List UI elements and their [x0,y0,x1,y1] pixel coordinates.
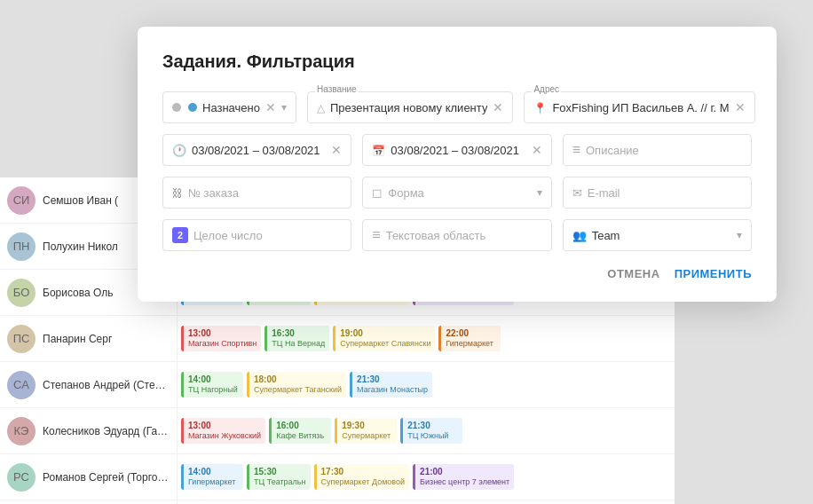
avatar: СИ [7,186,36,215]
name-value: Презентация новому клиенту [330,101,487,114]
person-name: Колесников Эдуард (Газель Next) [43,425,170,437]
list-item[interactable]: 22:00Гипермаркет [438,326,501,351]
list-item[interactable]: 21:00Бизнес центр 7 элемент [413,464,514,490]
table-row: ЕАЕршов Аркадий (Газель (термобудк…13:00… [0,500,675,504]
field-team[interactable]: Team ▾ [563,219,752,251]
field-integer[interactable]: 2 Целое число [162,219,351,251]
list-item[interactable]: 19:30Супермаркет [335,418,397,444]
name-label: Название [315,84,359,94]
field-name[interactable]: Название Презентация новому клиенту ✕ [307,91,513,123]
team-value: Team [592,229,731,242]
field-email[interactable]: E-mail [563,177,752,209]
field-time-range[interactable]: 03/08/2021 – 03/08/2021 ✕ [162,134,351,166]
textarea-placeholder: Текстовая область [386,229,542,242]
email-icon [572,185,582,200]
avatar: ПН [7,232,36,261]
calendar-events: 13:00Магазин Спортивн16:30ТЦ На Вернад19… [178,500,675,504]
calendar-events: 14:00ТЦ Нагорный18:00Супермаркет Таганск… [178,362,675,407]
email-placeholder: E-mail [588,186,742,200]
address-value: FoxFishing ИП Васильев А. // г. М [552,101,729,114]
field-assigned[interactable]: Назначено ✕ ▾ [162,91,296,123]
list-item[interactable]: 19:00Супермаркет Славянски [333,326,435,351]
time-range-value: 03/08/2021 – 03/08/2021 [192,144,326,157]
time-range-clear[interactable]: ✕ [331,143,342,157]
field-order[interactable]: № заказа [162,177,351,209]
field-textarea[interactable]: Текстовая область [362,219,551,251]
calendar-events: 13:00Магазин Спортивн16:30ТЦ На Вернад19… [178,316,675,361]
calendar-icon [372,143,385,157]
assigned-clear[interactable]: ✕ [265,100,276,114]
list-item[interactable]: 15:30ТЦ Театральн [247,464,311,490]
calendar-person: КЭКолесников Эдуард (Газель Next) [0,408,178,453]
team-icon [572,228,587,242]
avatar: ПС [7,325,36,353]
field-description[interactable]: Описание [563,134,752,166]
list-item[interactable]: 13:00Магазин Жуковский [181,418,265,444]
filter-modal: Задания. Фильтрация Назначено ✕ ▾ Назван… [138,27,777,302]
apply-button[interactable]: ПРИМЕНИТЬ [675,267,752,280]
avatar: СА [7,371,36,399]
calendar-events: 14:00Гипермаркет15:30ТЦ Театральн17:30Су… [178,454,675,500]
modal-title: Задания. Фильтрация [162,51,752,72]
table-row: КЭКолесников Эдуард (Газель Next)13:00Ма… [0,408,675,454]
filter-row-3: № заказа Форма ▾ E-mail [162,177,752,209]
description-icon [572,142,580,158]
filter-row-2: 03/08/2021 – 03/08/2021 ✕ 03/08/2021 – 0… [162,134,752,166]
list-item[interactable]: 14:00Гипермаркет [181,464,243,490]
date-range-value: 03/08/2021 – 03/08/2021 [391,144,525,157]
order-placeholder: № заказа [188,186,342,200]
name-clear[interactable]: ✕ [493,100,503,114]
address-label: Адрес [532,84,561,94]
table-row: САСтепанов Андрей (Степанов Андрей)14:00… [0,362,675,408]
list-item[interactable]: 16:30ТЦ На Вернад [264,326,329,351]
name-icon [317,100,325,114]
field-form[interactable]: Форма ▾ [362,177,551,209]
description-placeholder: Описание [586,144,742,157]
filter-row-1: Назначено ✕ ▾ Название Презентация новом… [162,91,752,123]
address-icon [533,100,547,114]
list-item[interactable]: 21:30ТЦ Южный [400,418,462,444]
assigned-dropdown[interactable]: ▾ [281,101,287,114]
calendar-person: ЕАЕршов Аркадий (Газель (термобудк… [0,500,178,504]
list-item[interactable]: 17:30Супермаркет Домовой [314,464,410,490]
integer-badge: 2 [172,227,188,243]
integer-placeholder: Целое число [193,229,342,242]
list-item[interactable]: 13:00Магазин Спортивн [181,326,261,351]
field-address[interactable]: Адрес FoxFishing ИП Васильев А. // г. М … [524,91,754,123]
main-container: СИСемшов Иван (14:00ТЦ Нагорный18:00Супе… [0,0,813,504]
person-name: Степанов Андрей (Степанов Андрей) [43,379,170,391]
person-name: Полухин Никол [43,240,118,253]
avatar: РС [7,463,36,492]
calendar-events: 13:00Магазин Жуковский16:00Кафе Витязь19… [178,408,675,453]
field-date-range[interactable]: 03/08/2021 – 03/08/2021 ✕ [362,134,551,166]
calendar-person: РСРоманов Сергей (Торговый предст… [0,454,178,500]
person-name: Семшов Иван ( [43,194,118,207]
avatar: БО [7,279,36,307]
cancel-button[interactable]: ОТМЕНА [607,267,659,280]
form-placeholder: Форма [388,186,531,200]
list-item[interactable]: 18:00Супермаркет Таганский [247,372,346,398]
filter-rows: Назначено ✕ ▾ Название Презентация новом… [162,91,752,251]
list-item[interactable]: 21:30Магазин Монастыр [350,372,432,398]
table-row: ПСПанарин Серг13:00Магазин Спортивн16:30… [0,316,675,362]
person-name: Панарин Серг [43,333,112,345]
modal-actions: ОТМЕНА ПРИМЕНИТЬ [162,267,752,280]
clock-icon [172,143,186,157]
list-item[interactable]: 16:00Кафе Витязь [269,418,331,444]
calendar-person: ПСПанарин Серг [0,316,178,361]
avatar: КЭ [7,417,36,445]
assigned-dot [172,103,181,112]
date-range-clear[interactable]: ✕ [532,143,542,157]
address-clear[interactable]: ✕ [735,100,746,114]
list-item[interactable]: 14:00ТЦ Нагорный [181,372,243,398]
filter-row-4: 2 Целое число Текстовая область Team ▾ [162,219,752,251]
team-dropdown[interactable]: ▾ [737,229,742,241]
form-dropdown[interactable]: ▾ [537,186,542,199]
calendar-person: САСтепанов Андрей (Степанов Андрей) [0,362,178,407]
form-icon [372,185,383,200]
assigned-value: Назначено [202,101,260,114]
assigned-blue-dot [188,103,197,112]
person-name: Борисова Оль [43,287,113,299]
order-icon [172,185,183,200]
textarea-icon [372,227,380,243]
